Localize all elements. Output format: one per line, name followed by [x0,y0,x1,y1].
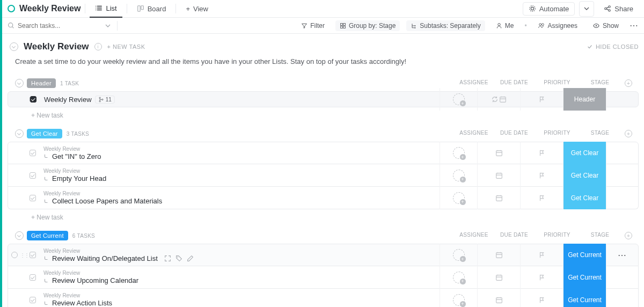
subtask-count-badge[interactable]: 11 [95,96,115,104]
col-priority[interactable]: PRIORITY [536,79,579,87]
col-due-date[interactable]: DUE DATE [493,232,536,239]
tab-board[interactable]: Board [131,0,172,18]
col-assignee[interactable]: ASSIGNEE [455,79,493,87]
add-column-button[interactable]: + [625,79,632,87]
task-checkbox[interactable] [30,297,36,303]
assignee-cell[interactable] [440,187,477,209]
task-checkbox[interactable] [30,252,36,258]
new-task-row[interactable]: + New task [8,209,639,221]
priority-cell[interactable] [520,164,563,187]
row-actions-cell[interactable] [606,164,638,187]
add-assignee-icon[interactable] [453,272,465,283]
row-actions-cell[interactable] [606,289,638,308]
task-breadcrumb[interactable]: Weekly Review [43,248,440,254]
stage-cell[interactable]: Get Clear [563,164,606,187]
show-button[interactable]: Show [588,20,623,31]
row-actions-cell[interactable]: ⋯ [606,244,638,266]
task-row[interactable]: Weekly Review Empty Your Head Get Clear [8,164,639,187]
share-button[interactable]: Share [598,3,639,15]
col-assignee[interactable]: ASSIGNEE [455,232,493,239]
search-box[interactable] [8,22,99,30]
stage-cell[interactable]: Get Clear [563,187,606,209]
priority-cell[interactable] [520,289,563,308]
add-assignee-icon[interactable] [453,249,465,261]
col-due-date[interactable]: DUE DATE [493,79,536,87]
task-row[interactable]: Weekly Review Collect Loose Papers and M… [8,187,639,209]
add-assignee-icon[interactable] [453,93,465,105]
task-checkbox[interactable] [30,96,36,103]
assignee-cell[interactable] [440,164,477,187]
priority-cell[interactable] [520,142,563,164]
col-priority[interactable]: PRIORITY [536,130,579,137]
col-stage[interactable]: STAGE [579,130,621,137]
task-checkbox[interactable] [30,172,36,179]
chevron-down-icon[interactable] [105,23,111,28]
priority-cell[interactable] [520,88,563,111]
priority-cell[interactable] [520,187,563,209]
assignee-cell[interactable] [440,88,477,111]
add-view-button[interactable]: + View [180,0,214,18]
stage-cell[interactable]: Header [563,88,606,111]
hide-closed-toggle[interactable]: HIDE CLOSED [587,43,639,50]
priority-cell[interactable] [520,244,563,266]
due-date-cell[interactable] [477,244,520,266]
task-row[interactable]: Weekly Review Review Upcoming Calendar G… [8,266,639,289]
due-date-cell[interactable] [477,266,520,289]
edit-icon[interactable] [187,255,194,262]
due-date-cell[interactable] [477,88,520,111]
task-checkbox[interactable] [30,274,36,281]
row-actions-cell[interactable] [606,142,638,164]
more-button[interactable]: ⋯ [630,20,639,31]
stage-cell[interactable]: Get Current [563,244,606,266]
task-row[interactable]: Weekly Review Get "IN" to Zero Get Clear [8,142,639,164]
assignee-cell[interactable] [440,266,477,289]
group-by-button[interactable]: Group by: Stage [335,20,400,31]
group-stage-pill[interactable]: Get Current [27,231,68,240]
due-date-cell[interactable] [477,164,520,187]
col-assignee[interactable]: ASSIGNEE [455,130,493,137]
assignee-cell[interactable] [440,244,477,266]
tab-list[interactable]: List [90,0,122,18]
task-breadcrumb[interactable]: Weekly Review [43,168,440,174]
tag-icon[interactable] [175,255,182,262]
add-assignee-icon[interactable] [453,294,465,306]
collapse-group-toggle[interactable] [15,129,24,138]
due-date-cell[interactable] [477,289,520,308]
automate-dropdown[interactable] [579,1,594,17]
filter-button[interactable]: Filter [297,20,329,31]
task-breadcrumb[interactable]: Weekly Review [43,270,440,276]
task-row[interactable]: ⋮⋮ Weekly Review Review Waiting On/Deleg… [8,244,639,266]
group-stage-pill[interactable]: Get Clear [27,129,62,138]
assignee-cell[interactable] [440,289,477,308]
row-actions-cell[interactable] [606,88,638,111]
due-date-cell[interactable] [477,187,520,209]
group-stage-pill[interactable]: Header [27,78,56,88]
col-stage[interactable]: STAGE [579,79,621,87]
stage-cell[interactable]: Get Current [563,289,606,308]
task-breadcrumb[interactable]: Weekly Review [43,146,440,152]
col-due-date[interactable]: DUE DATE [493,130,536,137]
add-column-button[interactable]: + [625,130,632,137]
more-icon[interactable]: ⋯ [618,250,627,260]
search-input[interactable] [18,22,71,30]
add-column-button[interactable]: + [625,232,632,239]
info-icon[interactable]: i [94,43,102,50]
collapse-group-toggle[interactable] [15,231,24,240]
assignee-cell[interactable] [440,142,477,164]
expand-icon[interactable] [164,255,171,262]
col-stage[interactable]: STAGE [579,232,621,239]
collapse-list-toggle[interactable] [10,42,18,51]
add-assignee-icon[interactable] [453,170,465,181]
drag-handle-icon[interactable]: ⋮⋮ [20,252,28,258]
task-breadcrumb[interactable]: Weekly Review [43,293,440,298]
add-assignee-icon[interactable] [453,147,465,159]
task-checkbox[interactable] [30,195,36,201]
new-task-button[interactable]: + NEW TASK [107,43,145,50]
task-breadcrumb[interactable]: Weekly Review [43,191,440,196]
due-date-cell[interactable] [477,142,520,164]
row-actions-cell[interactable] [606,266,638,289]
assignees-button[interactable]: Assignees [533,20,582,31]
collapse-group-toggle[interactable] [15,79,24,87]
task-row[interactable]: Weekly Review 11 Header [8,91,639,107]
stage-cell[interactable]: Get Current [563,266,606,289]
